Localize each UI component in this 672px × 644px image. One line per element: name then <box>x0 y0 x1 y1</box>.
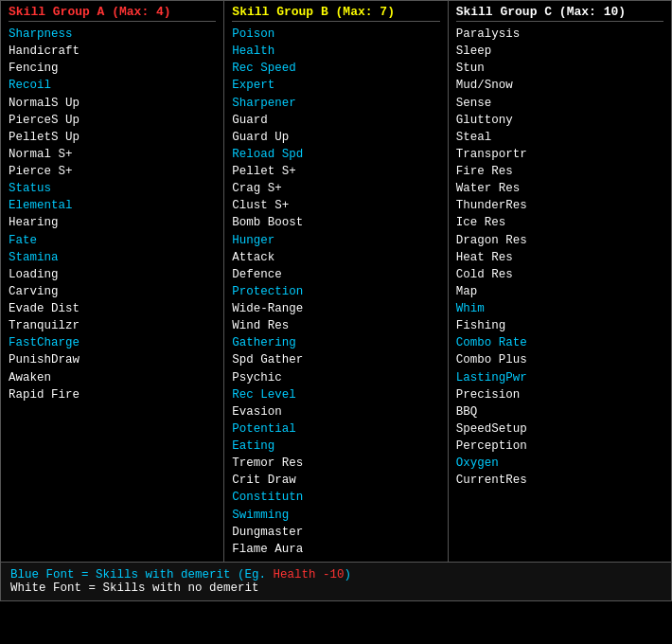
skill-item: Pellet S+ <box>232 163 439 180</box>
skill-item: Fate <box>9 232 216 249</box>
skill-item: Psychic <box>232 369 439 386</box>
skill-item: Rec Speed <box>232 60 439 77</box>
skill-item: Flame Aura <box>232 541 439 558</box>
skill-item: Precision <box>456 386 663 403</box>
skill-item: Tremor Res <box>232 455 439 472</box>
skill-item: Poison <box>232 26 439 43</box>
skill-item: Evade Dist <box>9 300 216 317</box>
column-header-b: Skill Group B (Max: 7) <box>232 5 439 22</box>
skill-item: Combo Rate <box>456 334 663 351</box>
skill-column-b: Skill Group B (Max: 7)PoisonHealthRec Sp… <box>224 1 448 562</box>
skill-item: Defence <box>232 266 439 283</box>
skill-item: Oxygen <box>456 455 663 472</box>
skill-item: Clust S+ <box>232 197 439 214</box>
skill-item: Fishing <box>456 317 663 334</box>
skill-item: Recoil <box>9 77 216 94</box>
skill-item: PunishDraw <box>9 351 216 368</box>
skill-item: Constitutn <box>232 489 439 506</box>
skill-item: Potential <box>232 420 439 438</box>
skill-item: Tranquilzr <box>9 317 216 334</box>
skill-item: Swimming <box>232 507 439 524</box>
skill-item: Dragon Res <box>456 232 663 249</box>
skill-item: Combo Plus <box>456 351 663 368</box>
skill-item: CurrentRes <box>456 472 663 489</box>
skill-item: Eating <box>232 438 439 455</box>
skill-item: Sharpness <box>9 26 216 43</box>
columns-wrapper: Skill Group A (Max: 4)SharpnessHandicraf… <box>0 0 672 563</box>
skill-item: Bomb Boost <box>232 214 439 231</box>
skill-column-c: Skill Group C (Max: 10)ParalysisSleepStu… <box>449 1 671 562</box>
skill-item: Rapid Fire <box>9 386 216 403</box>
skill-item: Whim <box>456 300 663 317</box>
skill-item: Fire Res <box>456 163 663 180</box>
skill-item: Gluttony <box>456 112 663 129</box>
skill-item: Sharpener <box>232 95 439 112</box>
footer-line1-suffix: ) <box>345 568 352 581</box>
skill-item: SpeedSetup <box>456 420 663 438</box>
skill-item: BBQ <box>456 403 663 420</box>
skill-item: Mud/Snow <box>456 77 663 94</box>
skill-item: Pierce S+ <box>9 163 216 180</box>
skill-item: Handicraft <box>9 43 216 60</box>
skill-item: NormalS Up <box>9 95 216 112</box>
skill-item: Guard Up <box>232 129 439 146</box>
skill-item: Heat Res <box>456 249 663 266</box>
skill-item: Dungmaster <box>232 524 439 541</box>
footer-line2: White Font = Skills with no demerit <box>10 581 662 595</box>
skill-item: Spd Gather <box>232 351 439 368</box>
skill-item: Status <box>9 180 216 197</box>
footer-line1: Blue Font = Skills with demerit (Eg. Hea… <box>10 568 662 581</box>
skill-item: Loading <box>9 266 216 283</box>
skill-item: Map <box>456 283 663 300</box>
skill-item: Paralysis <box>456 26 663 43</box>
skill-item: Expert <box>232 77 439 94</box>
main-container: Skill Group A (Max: 4)SharpnessHandicraf… <box>0 0 672 601</box>
skill-item: Cold Res <box>456 266 663 283</box>
skill-item: Carving <box>9 283 216 300</box>
skill-item: Reload Spd <box>232 146 439 163</box>
skill-item: Attack <box>232 249 439 266</box>
skill-item: FastCharge <box>9 334 216 351</box>
footer-line1-prefix: Blue Font = Skills with demerit (Eg. <box>10 568 274 581</box>
skill-item: Evasion <box>232 403 439 420</box>
skill-item: Awaken <box>9 369 216 386</box>
skill-item: Elemental <box>9 197 216 214</box>
skill-item: PelletS Up <box>9 129 216 146</box>
skill-item: Ice Res <box>456 214 663 231</box>
skill-item: Wind Res <box>232 317 439 334</box>
column-header-a: Skill Group A (Max: 4) <box>9 5 216 22</box>
skill-item: Hunger <box>232 232 439 249</box>
footer-health-example: Health -10 <box>274 568 345 581</box>
skill-item: Gathering <box>232 334 439 351</box>
skill-item: Crit Draw <box>232 472 439 489</box>
skill-item: Stun <box>456 60 663 77</box>
skill-item: Guard <box>232 112 439 129</box>
skill-item: Sleep <box>456 43 663 60</box>
column-header-c: Skill Group C (Max: 10) <box>456 5 663 22</box>
skill-item: Sense <box>456 95 663 112</box>
skill-item: Health <box>232 43 439 60</box>
skill-item: Rec Level <box>232 386 439 403</box>
skill-item: Perception <box>456 438 663 455</box>
skill-item: Stamina <box>9 249 216 266</box>
skill-item: Normal S+ <box>9 146 216 163</box>
skill-column-a: Skill Group A (Max: 4)SharpnessHandicraf… <box>1 1 224 562</box>
skill-item: Protection <box>232 283 439 300</box>
skill-item: Transportr <box>456 146 663 163</box>
skill-item: LastingPwr <box>456 369 663 386</box>
skill-item: Steal <box>456 129 663 146</box>
skill-item: Water Res <box>456 180 663 197</box>
skill-item: Crag S+ <box>232 180 439 197</box>
skill-item: Wide-Range <box>232 300 439 317</box>
skill-item: Fencing <box>9 60 216 77</box>
skill-item: PierceS Up <box>9 112 216 129</box>
skill-item: ThunderRes <box>456 197 663 214</box>
footer: Blue Font = Skills with demerit (Eg. Hea… <box>0 563 672 601</box>
skill-item: Hearing <box>9 214 216 231</box>
